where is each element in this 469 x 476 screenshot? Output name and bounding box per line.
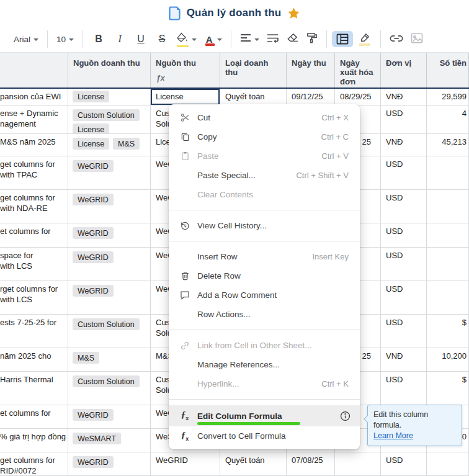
menu-item-clear-contents[interactable]: Clear Contents [169, 185, 360, 204]
learn-more-link[interactable]: Learn More [373, 431, 413, 440]
cell-don-vi[interactable]: VNĐ [381, 134, 427, 156]
menu-item-insert-row[interactable]: Insert RowInsert Key [169, 247, 360, 266]
cell-description[interactable]: get columns for with TPAC [0, 156, 68, 189]
menu-item-manage-references[interactable]: Manage References... [169, 355, 360, 374]
fill-color-button[interactable] [172, 30, 200, 48]
cell-don-vi[interactable]: VNĐ [381, 348, 427, 371]
cell-ngay-xuat-hoa-don[interactable]: 08/29/25 [335, 89, 381, 105]
align-dropdown[interactable] [236, 31, 263, 47]
info-icon[interactable] [339, 410, 351, 422]
column-header-3[interactable]: Loại doanh thu [220, 53, 287, 88]
cell-nguon-doanh-thu[interactable]: WeGRID [68, 223, 151, 247]
cell-description[interactable]: % giá trị hợp đồng [0, 429, 68, 452]
column-header-7[interactable]: Số tiền [427, 53, 469, 88]
cell-ngay-thu[interactable]: 09/12/25 [287, 89, 335, 105]
cell-don-vi[interactable]: USD [381, 106, 427, 133]
cell-so-tien[interactable] [427, 452, 469, 475]
cell-nguon-doanh-thu[interactable]: Custom Solution [68, 315, 151, 348]
cell-loai-doanh-thu[interactable]: Quyết toán [220, 89, 287, 105]
format-painter-button[interactable] [302, 30, 321, 48]
cell-nguon-doanh-thu[interactable]: WeSMART [68, 429, 151, 452]
cell-so-tien[interactable] [427, 223, 469, 247]
menu-item-convert-to-cell-formula[interactable]: ƒxConvert to Cell Formula [169, 426, 360, 446]
cell-so-tien[interactable]: 10,200 [427, 348, 469, 371]
cell-description[interactable]: M&S năm 2025 [0, 134, 68, 156]
cell-description[interactable]: space for with LCS [0, 248, 68, 281]
menu-item-cut[interactable]: CutCtrl + X [169, 108, 360, 127]
cell-loai-doanh-thu[interactable]: Quyết toán [220, 452, 287, 475]
cell-so-tien[interactable]: 45,213 [427, 134, 469, 156]
cell-description[interactable]: năm 2025 cho [0, 348, 68, 371]
cell-don-vi[interactable]: USD [381, 248, 427, 281]
menu-item-paste[interactable]: PasteCtrl + V [169, 146, 360, 166]
cell-nguon-doanh-thu[interactable]: WeGRID [68, 452, 151, 475]
menu-item-paste-special[interactable]: Paste Special...Ctrl + Shift + V [169, 166, 360, 185]
column-header-5[interactable]: Ngày xuất hóa đơn [335, 53, 381, 88]
cell-description[interactable]: rget columns for with LCS [0, 281, 68, 314]
menu-item-copy[interactable]: CopyCtrl + C [169, 127, 360, 146]
cell-so-tien[interactable] [427, 156, 469, 189]
cell-so-tien[interactable]: 4 [427, 106, 469, 133]
cell-so-tien[interactable] [427, 248, 469, 281]
underline-button[interactable]: U [130, 31, 151, 47]
text-color-button[interactable]: A [200, 32, 226, 47]
cell-don-vi[interactable]: USD [381, 452, 427, 475]
clear-format-button[interactable] [282, 30, 302, 48]
insert-link-button[interactable] [386, 31, 407, 47]
column-header-0[interactable] [0, 53, 68, 88]
grid-view-button[interactable] [332, 31, 353, 47]
cell-so-tien[interactable] [427, 190, 469, 223]
cell-nguon-doanh-thu[interactable]: WeGRID [68, 156, 151, 189]
menu-item-link-from-cell[interactable]: Link from Cell in Other Sheet... [169, 336, 360, 355]
column-header-6[interactable]: Đơn vị [381, 53, 427, 88]
cell-description[interactable]: ense + Dynamic nagement [0, 106, 68, 133]
column-header-2[interactable]: Nguồn thuƒx [151, 53, 220, 88]
font-size-dropdown[interactable]: 10 [53, 32, 78, 47]
cell-so-tien[interactable]: $ [427, 372, 469, 405]
cell-don-vi[interactable]: USD [381, 156, 427, 189]
cell-don-vi[interactable]: USD [381, 281, 427, 314]
cell-description[interactable]: get columns for with NDA-RE [0, 190, 68, 223]
cell-nguon-thu[interactable]: WeGRID [151, 452, 220, 475]
cell-nguon-doanh-thu[interactable]: WeGRID [68, 405, 151, 428]
cell-nguon-doanh-thu[interactable]: Custom Solution [68, 372, 151, 405]
cell-nguon-doanh-thu[interactable]: WeGRID [68, 190, 151, 223]
insert-image-button[interactable] [407, 30, 427, 48]
cell-description[interactable]: pansion của EWI [0, 89, 68, 105]
cell-so-tien[interactable]: $ [427, 315, 469, 348]
cell-nguon-doanh-thu[interactable]: WeGRID [68, 248, 151, 281]
cell-don-vi[interactable]: USD [381, 223, 427, 247]
cell-ngay-thu[interactable]: 07/08/25 [287, 452, 335, 475]
menu-item-add-row-comment[interactable]: Add a Row Comment [169, 285, 360, 305]
strikethrough-button[interactable]: S [151, 31, 172, 47]
highlight-button[interactable] [354, 30, 375, 48]
menu-item-hyperlink[interactable]: Hyperlink...Ctrl + K [169, 374, 360, 393]
cell-so-tien[interactable] [427, 281, 469, 314]
cell-nguon-thu[interactable]: License [151, 89, 220, 105]
cell-don-vi[interactable]: USD [381, 315, 427, 348]
favorite-star-icon[interactable] [287, 7, 300, 19]
font-family-dropdown[interactable]: Arial [10, 32, 42, 47]
column-header-4[interactable]: Ngày thu [287, 53, 335, 88]
wrap-text-button[interactable] [263, 31, 282, 48]
italic-button[interactable]: I [109, 31, 130, 47]
bold-button[interactable]: B [88, 31, 109, 47]
column-header-1[interactable]: Nguồn doanh thu [68, 53, 151, 88]
cell-description[interactable]: et columns for [0, 405, 68, 428]
cell-description[interactable]: et columns for [0, 223, 68, 247]
cell-nguon-doanh-thu[interactable]: M&S [68, 348, 151, 371]
cell-don-vi[interactable]: USD [381, 190, 427, 223]
cell-nguon-doanh-thu[interactable]: Custom SolutionLicense [68, 106, 151, 133]
menu-item-row-actions[interactable]: Row Actions... [169, 305, 360, 324]
cell-so-tien[interactable]: 29,599 [427, 89, 469, 105]
cell-description[interactable]: get columns for RID#0072 [0, 452, 68, 475]
menu-item-edit-column-formula[interactable]: ƒxEdit Column Formula [169, 405, 360, 426]
cell-description[interactable]: Harris Thermal [0, 372, 68, 405]
cell-nguon-doanh-thu[interactable]: License [68, 89, 151, 105]
menu-item-delete-row[interactable]: Delete Row [169, 266, 360, 285]
cell-don-vi[interactable]: USD [381, 372, 427, 405]
cell-description[interactable]: ests 7-25-25 for [0, 315, 68, 348]
cell-nguon-doanh-thu[interactable]: WeGRID [68, 281, 151, 314]
cell-ngay-xuat-hoa-don[interactable] [335, 452, 381, 475]
cell-don-vi[interactable]: VNĐ [381, 89, 427, 105]
